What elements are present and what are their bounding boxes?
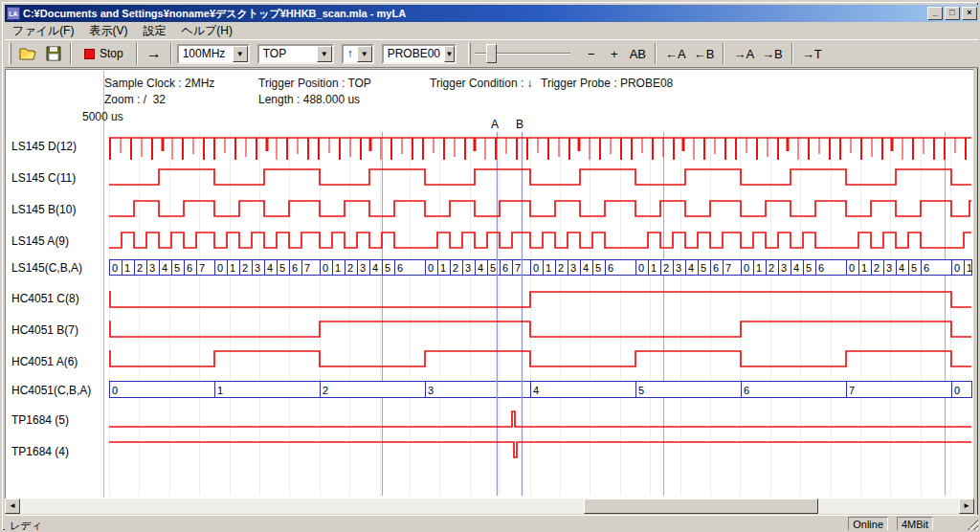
maximize-button[interactable]: □ bbox=[945, 7, 960, 20]
goto-trigger-button[interactable]: →T bbox=[798, 42, 826, 65]
menu-bar: ファイル(F)表示(V)設定ヘルプ(H) bbox=[5, 22, 979, 39]
label-separator bbox=[103, 69, 104, 498]
run-button[interactable]: → bbox=[143, 42, 166, 65]
title-bar[interactable]: LA C:¥Documents and Settings¥noname¥デスクト… bbox=[5, 5, 979, 22]
channel-label[interactable]: TP1684 (5) bbox=[11, 413, 69, 427]
zoom-out-button[interactable]: − bbox=[580, 42, 603, 65]
sample-clock-combo-value: 100MHz bbox=[179, 47, 233, 60]
trigger-position-combo-value: TOP bbox=[259, 47, 317, 60]
info-trigger-probe: Trigger Probe : PROBE08 bbox=[541, 77, 673, 90]
menu-item-1[interactable]: 表示(V) bbox=[81, 22, 135, 40]
chevron-down-icon[interactable]: ▼ bbox=[317, 46, 332, 62]
status-memory-badge: 4MBit bbox=[897, 517, 933, 531]
sample-clock-combo[interactable]: 100MHz▼ bbox=[177, 44, 250, 64]
close-button[interactable]: × bbox=[962, 7, 977, 20]
ruler-time-label: 5000 us bbox=[82, 110, 123, 123]
info-trigger-position: Trigger Position : TOP bbox=[258, 77, 371, 90]
stop-button[interactable]: Stop bbox=[77, 42, 131, 65]
toolbar: Stop → 100MHz▼TOP▼↑▼PROBE00▼ −+AB←A←B→A→… bbox=[5, 39, 979, 68]
trigger-edge-combo-value: ↑ bbox=[344, 47, 357, 60]
set-marker-b-button[interactable]: →B bbox=[758, 42, 787, 65]
ab-range-button[interactable]: AB bbox=[626, 42, 650, 65]
toolbar-separator bbox=[70, 43, 72, 64]
slider-handle[interactable] bbox=[486, 44, 497, 63]
channel-label[interactable]: LS145 B(10) bbox=[11, 203, 76, 216]
channel-label[interactable]: LS145 C(11) bbox=[11, 171, 76, 185]
channel-label[interactable]: HC4051 C(8) bbox=[11, 292, 79, 305]
trigger-edge-combo[interactable]: ↑▼ bbox=[342, 44, 374, 64]
set-marker-a-button[interactable]: →A bbox=[729, 42, 758, 65]
mylA-window: { "window": { "title": "C:¥Documents and… bbox=[0, 0, 980, 532]
menu-item-2[interactable]: 設定 bbox=[135, 22, 173, 40]
scroll-left-arrow[interactable]: ◄ bbox=[5, 499, 20, 514]
trigger-probe-combo-value: PROBE00 bbox=[384, 47, 444, 60]
waveform-panel bbox=[5, 69, 973, 499]
scrollbar-thumb[interactable] bbox=[584, 499, 818, 514]
marker-b-label[interactable]: B bbox=[516, 118, 523, 131]
menu-item-3[interactable]: ヘルプ(H) bbox=[173, 22, 240, 40]
minimize-button[interactable]: _ bbox=[927, 7, 943, 20]
trigger-probe-combo[interactable]: PROBE00▼ bbox=[382, 44, 457, 64]
channel-label[interactable]: LS145(C,B,A) bbox=[11, 261, 82, 275]
channel-label[interactable]: HC4051 B(7) bbox=[11, 323, 78, 337]
chevron-down-icon[interactable]: ▼ bbox=[233, 46, 248, 62]
info-sample-clock: Sample Clock : 2MHz bbox=[104, 77, 214, 90]
zoom-in-button[interactable]: + bbox=[603, 42, 626, 65]
channel-label[interactable]: TP1684 (4) bbox=[11, 445, 69, 458]
goto-marker-a-button[interactable]: ←A bbox=[661, 42, 690, 65]
stop-label: Stop bbox=[100, 47, 123, 60]
scroll-right-arrow[interactable]: ► bbox=[959, 499, 974, 514]
combo-group: 100MHz▼TOP▼↑▼PROBE00▼ bbox=[177, 44, 464, 64]
toolbar-separator bbox=[791, 43, 793, 64]
channel-label[interactable]: LS145 A(9) bbox=[11, 234, 69, 248]
channel-label[interactable]: LS145 D(12) bbox=[11, 140, 77, 153]
status-online-badge: Online bbox=[848, 517, 888, 531]
trigger-position-combo[interactable]: TOP▼ bbox=[257, 44, 334, 64]
channel-label[interactable]: HC4051(C,B,A) bbox=[11, 384, 91, 397]
info-zoom: Zoom : / 32 bbox=[104, 93, 166, 106]
info-length: Length : 488.000 us bbox=[258, 93, 360, 106]
chevron-down-icon[interactable]: ▼ bbox=[357, 46, 372, 62]
toolbar-grip[interactable] bbox=[9, 43, 11, 64]
toolbar-separator bbox=[136, 43, 138, 64]
resize-grip-icon[interactable] bbox=[967, 520, 978, 531]
toolbar-separator bbox=[723, 43, 724, 64]
goto-marker-b-button[interactable]: ←B bbox=[690, 42, 719, 65]
channel-label[interactable]: HC4051 A(6) bbox=[11, 355, 78, 368]
status-ready-text: レディ bbox=[10, 519, 42, 532]
zoom-button-group: −+AB←A←B→A→B→T bbox=[580, 42, 826, 65]
menu-item-0[interactable]: ファイル(F) bbox=[5, 22, 81, 40]
toolbar-grip[interactable] bbox=[468, 43, 471, 64]
stop-icon bbox=[84, 49, 95, 59]
open-file-button[interactable] bbox=[15, 42, 42, 65]
save-file-button[interactable] bbox=[42, 42, 65, 65]
app-icon: LA bbox=[7, 7, 20, 20]
status-bar: レディ Online 4MBit bbox=[5, 515, 979, 531]
toolbar-separator bbox=[655, 43, 657, 64]
horizontal-scrollbar[interactable]: ◄ ► bbox=[5, 499, 974, 514]
toolbar-separator bbox=[170, 43, 172, 64]
floppy-disk-icon bbox=[46, 46, 61, 61]
window-controls: _ □ × bbox=[925, 7, 979, 20]
open-folder-icon bbox=[19, 46, 38, 61]
zoom-slider[interactable] bbox=[475, 43, 570, 64]
marker-a-label[interactable]: A bbox=[491, 118, 499, 131]
chevron-down-icon[interactable]: ▼ bbox=[444, 46, 455, 62]
window-title: C:¥Documents and Settings¥noname¥デスクトップ¥… bbox=[23, 7, 406, 21]
info-trigger-condition: Trigger Condition : ↓ bbox=[430, 77, 533, 90]
